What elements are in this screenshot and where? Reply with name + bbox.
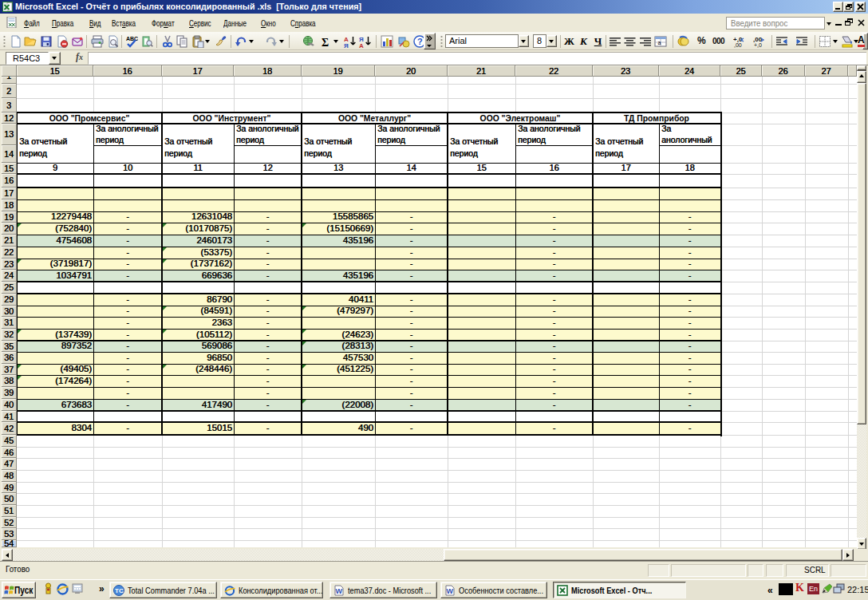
svg-text:+,0: +,0 [754, 42, 762, 48]
svg-text:a: a [658, 40, 661, 45]
svg-text:Я: Я [344, 42, 349, 49]
svg-text:TC: TC [115, 587, 124, 594]
svg-text:?: ? [417, 37, 423, 46]
svg-text:W: W [336, 587, 343, 595]
svg-text:А: А [359, 42, 364, 49]
svg-text:,00: ,00 [734, 42, 742, 48]
svg-text:Σ: Σ [322, 37, 329, 49]
svg-text:W: W [447, 587, 454, 595]
